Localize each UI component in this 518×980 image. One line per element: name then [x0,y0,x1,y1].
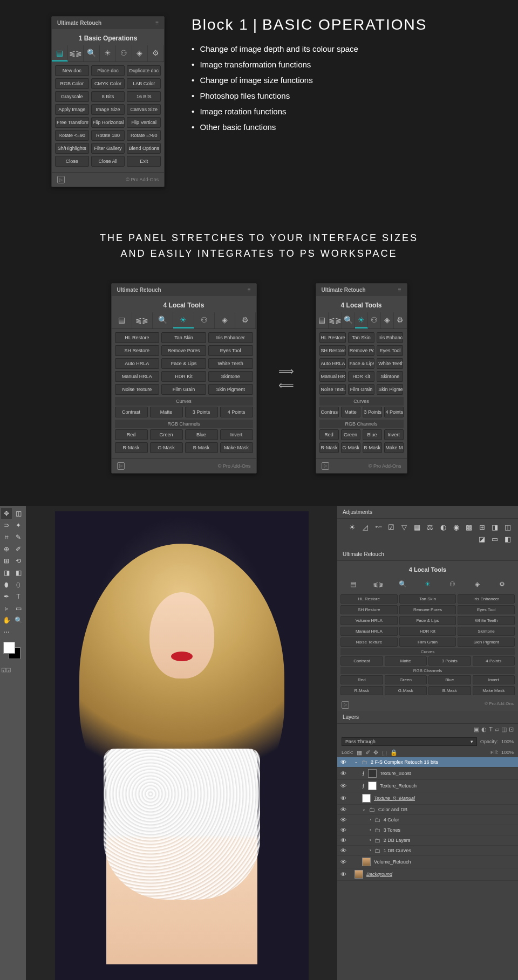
vibrance-icon[interactable]: ▽ [399,523,409,532]
filter-smart-icon[interactable]: ◫ [501,726,507,733]
tab-venn-icon[interactable]: ⚇ [440,578,464,590]
panel-button[interactable]: Remove Pores [348,345,374,356]
layer-row[interactable]: 👁Texture_R=Manual [337,792,518,805]
lock-pixels-icon[interactable]: ✐ [365,749,370,756]
blend-mode-dropdown[interactable]: Pass Through▾ [342,737,477,746]
play-icon[interactable]: ▷ [57,176,65,183]
panel-button[interactable]: Blend Options [127,143,161,154]
panel-button[interactable]: Place doc [91,65,125,76]
panel-button[interactable]: Noise Texture [319,384,346,395]
expand-icon[interactable]: › [370,848,371,853]
tab-pulse-icon[interactable]: ⫹⫺ [366,578,390,590]
panel-button[interactable]: Film Grain [399,638,456,647]
panel-button[interactable]: 4 Points [473,656,515,666]
invert-icon[interactable]: ◨ [490,523,500,532]
history-brush-icon[interactable]: ⟲ [13,556,24,566]
panel-button[interactable]: Tan Skin [348,332,374,343]
expand-icon[interactable]: ⌄ [355,759,358,764]
panel-button[interactable]: Green [150,429,183,440]
curves-icon[interactable]: ⬳ [373,523,383,532]
panel-button[interactable]: Green [341,429,360,440]
eyedropper-tool-icon[interactable]: ✎ [13,532,24,543]
panel-button[interactable]: Skintone [208,371,253,382]
panel-button[interactable]: Make Mask [473,686,515,695]
panel-button[interactable]: Contrast [319,407,339,417]
layer-row[interactable]: 👁›🗀3 Tones [337,825,518,835]
selective-icon[interactable]: ◧ [503,535,513,544]
layer-row[interactable]: 👁⨍Texture_Boost [337,767,518,780]
layer-row[interactable]: 👁Background [337,868,518,881]
lock-transparency-icon[interactable]: ▦ [357,749,362,756]
panel-button[interactable]: Skin Pigment [458,638,515,647]
panel-button[interactable]: Volume HRLA [340,616,398,625]
canvas[interactable] [26,506,337,980]
panel-button[interactable]: Invert [384,429,404,440]
panel-button[interactable]: HDR Kit [399,627,456,636]
exposure-icon[interactable]: ☑ [386,523,396,532]
panel-button[interactable]: Skin Pigment [377,384,403,395]
panel-button[interactable]: Flip Vertical [127,117,161,128]
panel-button[interactable]: Apply Image [55,104,89,115]
tab-sun-icon[interactable]: ☀ [173,312,194,328]
panel-button[interactable]: Auto HRLA [115,358,160,369]
panel-button[interactable]: Grayscale [55,91,89,102]
panel-button[interactable]: SH Restore [115,345,160,356]
tab-magnifier-icon[interactable]: 🔍 [153,312,173,328]
panel-button[interactable]: Blue [428,675,471,684]
panel-button[interactable]: Red [340,675,383,684]
color-swatches[interactable] [1,642,23,663]
panel-button[interactable]: Film Grain [348,384,374,395]
tab-document-icon[interactable]: ▤ [342,578,365,590]
panel-button[interactable]: Iris Enhancer [208,332,253,343]
panel-button[interactable]: 3 Points [363,407,382,417]
panel-button[interactable]: Flip Horizontal [91,117,125,128]
filter-text-icon[interactable]: T [489,726,493,733]
mini-swatches-icon[interactable]: ◱◲ [1,667,25,673]
panel-button[interactable]: Make Mask [220,442,253,453]
brightness-icon[interactable]: ☀ [347,523,357,532]
filter-toggle-icon[interactable]: ⊡ [509,726,514,733]
panel-button[interactable]: B-Mask [185,442,218,453]
panel-button[interactable]: Sh/Highlights [55,143,89,154]
menu-icon[interactable]: ≡ [155,20,159,26]
levels-icon[interactable]: ◿ [360,523,370,532]
panel-button[interactable]: 4 Points [384,407,404,417]
marquee-tool-icon[interactable]: ◫ [13,508,24,519]
visibility-icon[interactable]: 👁 [340,795,348,801]
panel-button[interactable]: R-Mask [115,442,148,453]
panel-button[interactable]: Free Transform [55,117,89,128]
type-tool-icon[interactable]: T [13,591,24,602]
panel-button[interactable]: Green [385,675,427,684]
crop-tool-icon[interactable]: ⌗ [1,532,12,543]
hue-icon[interactable]: ▦ [412,523,422,532]
brush-tool-icon[interactable]: ✐ [13,544,24,554]
panel-button[interactable]: B-Mask [428,686,471,695]
panel-button[interactable]: Manual HRLA [340,627,398,636]
threshold-icon[interactable]: ◪ [477,535,487,544]
heal-tool-icon[interactable]: ⊕ [1,544,12,554]
panel-button[interactable]: Red [319,429,339,440]
tab-sun-icon[interactable]: ☀ [416,578,440,590]
panel-button[interactable]: Eyes Tool [377,345,403,356]
panel-button[interactable]: Rotate <=90 [55,130,89,141]
tab-venn-icon[interactable]: ⚇ [368,312,381,328]
panel-button[interactable]: HDR Kit [348,371,374,382]
mixer-icon[interactable]: ▩ [464,523,474,532]
panel-button[interactable]: Close All [91,156,125,167]
panel-button[interactable]: SH Restore [319,345,346,356]
panel-button[interactable]: Rotate =>90 [127,130,161,141]
panel-button[interactable]: RGB Color [55,78,89,89]
layer-row[interactable]: 👁Volume_Retouch [337,856,518,868]
layer-row[interactable]: 👁⌄🗀Color and DB [337,805,518,815]
filter-image-icon[interactable]: ▣ [474,726,479,733]
visibility-icon[interactable]: 👁 [340,847,348,854]
panel-button[interactable]: R-Mask [319,442,339,453]
panel-button[interactable]: 3 Points [185,407,218,417]
panel-button[interactable]: Iris Enhancer [377,332,403,343]
panel-button[interactable]: Rotate 180 [91,130,125,141]
zoom-tool-icon[interactable]: 🔍 [13,615,24,626]
panel-button[interactable]: HDR Kit [161,371,206,382]
panel-button[interactable]: HL Restore [115,332,160,343]
filter-adjust-icon[interactable]: ◐ [481,726,487,733]
tab-gear-icon[interactable]: ⚙ [148,45,164,61]
